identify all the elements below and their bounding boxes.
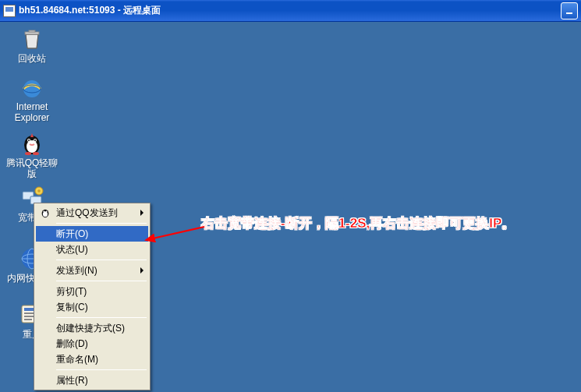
menu-item[interactable]: 删除(D) [36, 336, 148, 351]
svg-point-9 [28, 139, 30, 141]
menu-item[interactable]: 创建快捷方式(S) [36, 320, 148, 336]
svg-line-28 [146, 227, 204, 240]
menu-item[interactable]: 状态(U) [36, 242, 148, 257]
desktop-icon-ie[interactable]: Internet Explorer [5, 75, 59, 123]
desktop-icon-recycle-bin[interactable]: 回收站 [5, 26, 59, 64]
menu-item-label: 删除(D) [56, 337, 88, 351]
svg-rect-21 [24, 313, 34, 314]
context-menu: 通过QQ发送到断开(O)状态(U)发送到(N)剪切(T)复制(C)创建快捷方式(… [34, 203, 151, 390]
svg-rect-23 [24, 319, 32, 320]
menu-item-label: 重命名(M) [56, 353, 98, 366]
menu-separator [56, 369, 147, 370]
menu-separator [56, 260, 147, 260]
svg-point-10 [34, 139, 36, 141]
svg-point-12 [33, 152, 39, 155]
recycle-bin-icon [19, 26, 44, 51]
titlebar-icon [3, 5, 16, 17]
menu-item-label: 通过QQ发送到 [56, 207, 118, 220]
svg-point-25 [43, 211, 48, 217]
ie-icon [19, 75, 44, 100]
menu-item-label: 属性(R) [56, 374, 88, 387]
menu-item-label: 创建快捷方式(S) [56, 322, 125, 335]
desktop-icon-label: Internet Explorer [5, 101, 59, 123]
menu-separator [56, 317, 147, 318]
svg-point-6 [27, 140, 37, 153]
chevron-right-icon [140, 267, 143, 274]
chevron-right-icon [140, 210, 143, 216]
menu-item[interactable]: 通过QQ发送到 [36, 205, 148, 221]
menu-item[interactable]: 发送到(N) [36, 263, 148, 278]
menu-item[interactable]: 重命名(M) [36, 351, 148, 367]
svg-point-26 [43, 210, 44, 212]
qq-icon [39, 207, 51, 219]
menu-item[interactable]: 属性(R) [36, 373, 148, 388]
desktop[interactable]: 回收站Internet Explorer腾讯QQ轻聊版宽带连内网快 载中重启 通… [0, 22, 581, 392]
menu-item-label: 发送到(N) [56, 264, 97, 277]
qq-icon [19, 131, 44, 156]
desktop-icon-qq[interactable]: 腾讯QQ轻聊版 [5, 131, 59, 179]
desktop-icon-label: 腾讯QQ轻聊版 [5, 157, 59, 179]
svg-rect-0 [566, 12, 572, 14]
titlebar: bh51.84684.net:51093 - 远程桌面 [0, 0, 581, 22]
menu-item[interactable]: 复制(C) [36, 299, 148, 315]
menu-item-label: 剪切(T) [56, 285, 87, 298]
titlebar-text: bh51.84684.net:51093 - 远程桌面 [19, 4, 559, 17]
svg-point-27 [46, 210, 48, 212]
svg-rect-2 [29, 30, 35, 32]
menu-separator [56, 281, 147, 281]
desktop-icon-label: 回收站 [5, 53, 59, 64]
menu-item[interactable]: 断开(O) [36, 226, 148, 242]
svg-point-3 [23, 80, 41, 97]
menu-item-label: 状态(U) [56, 243, 88, 256]
minimize-button[interactable] [561, 2, 578, 19]
annotation-text: 右击宽带连接-断开，隔1-2S,再右击连接即可更换IP。 [201, 214, 515, 232]
svg-point-11 [25, 152, 31, 155]
menu-item-label: 断开(O) [56, 228, 88, 241]
menu-item-label: 复制(C) [56, 301, 88, 314]
menu-item[interactable]: 剪切(T) [36, 284, 148, 299]
menu-separator [56, 223, 147, 224]
